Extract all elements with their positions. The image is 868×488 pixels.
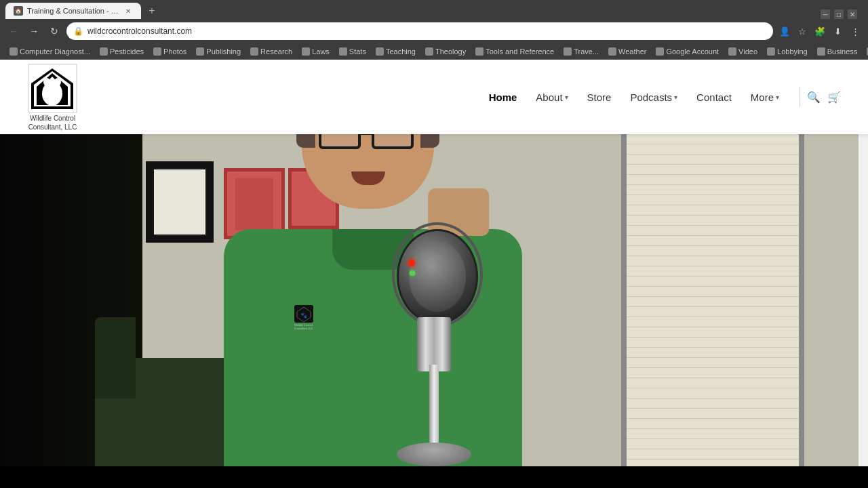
reload-button[interactable]: ↻ <box>46 23 62 39</box>
microphone-assembly <box>380 209 488 466</box>
svg-point-9 <box>43 78 50 86</box>
title-bar: 🏠 Training & Consultation - Wild... ✕ + … <box>0 0 868 19</box>
address-bar-row: ← → ↻ 🔒 wildcrocontrolconsultant.com 👤 ☆… <box>0 19 868 43</box>
back-button[interactable]: ← <box>5 23 22 39</box>
nav-item-about[interactable]: About ▾ <box>536 92 568 103</box>
bookmark-label: Video <box>738 47 757 56</box>
bookmark-travel[interactable]: Trave... <box>559 46 603 57</box>
bookmark-photos[interactable]: Photos <box>149 46 191 57</box>
shirt-logo-text: Wildlife ControlConsultant LLC <box>294 324 313 331</box>
nav-item-podcasts[interactable]: Podcasts ▾ <box>630 92 677 103</box>
nav-item-contact[interactable]: Contact <box>696 92 732 103</box>
nav-item-label: Store <box>587 92 612 103</box>
forward-button[interactable]: → <box>26 23 42 39</box>
bookmark-laws[interactable]: Laws <box>298 46 334 57</box>
download-icon[interactable]: ⬇ <box>830 24 845 39</box>
bookmark-label: Google Account <box>666 47 719 56</box>
mic-body <box>417 317 451 371</box>
frame-content <box>227 171 281 236</box>
frame-content <box>154 169 205 235</box>
svg-point-10 <box>54 78 61 86</box>
mic-base <box>397 443 471 466</box>
nav-divider <box>800 87 800 107</box>
url-text: wildcrocontrolconsultant.com <box>87 26 766 36</box>
maximize-button[interactable]: □ <box>834 9 844 19</box>
minimize-button[interactable]: ─ <box>821 9 830 19</box>
glasses-bridge <box>361 134 372 135</box>
nav-item-home[interactable]: Home <box>489 92 517 103</box>
bookmark-business[interactable]: Business <box>813 46 862 57</box>
bookmark-label: Pesticides <box>110 47 144 56</box>
star-icon[interactable]: ☆ <box>795 24 810 39</box>
tab-close-button[interactable]: ✕ <box>123 6 133 16</box>
nav-item-more[interactable]: More ▾ <box>751 92 779 103</box>
bookmark-computer-diag[interactable]: Computer Diagnost... <box>5 46 94 57</box>
bookmark-pesticides[interactable]: Pesticides <box>96 46 148 57</box>
site-navigation: Wildlife Control Consultant, LLC Home Ab… <box>0 60 868 134</box>
logo-text: Wildlife Control Consultant, LLC <box>28 114 77 131</box>
cart-button[interactable]: 🛒 <box>827 91 841 104</box>
shirt-logo-icon: 🐾 <box>293 304 315 324</box>
bookmark-label: Trave... <box>574 47 599 56</box>
glasses-right-lens <box>372 134 414 149</box>
bookmark-label: Theology <box>435 47 466 56</box>
shirt-logo: 🐾 Wildlife ControlConsultant LLC <box>281 304 326 341</box>
logo-image <box>27 63 78 114</box>
bookmark-lobbying[interactable]: Lobbying <box>763 46 812 57</box>
bookmark-podcast[interactable]: Podcast <box>863 46 868 57</box>
security-icon: 🔒 <box>73 26 83 36</box>
site-logo[interactable]: Wildlife Control Consultant, LLC <box>27 63 78 131</box>
room-scene: 🐾 Wildlife ControlConsultant LLC <box>0 134 859 466</box>
bookmark-favicon <box>728 47 736 56</box>
toolbar-icons: 👤 ☆ 🧩 ⬇ ⋮ <box>777 24 863 39</box>
nav-item-label: Podcasts <box>630 92 672 103</box>
bookmark-favicon <box>196 47 204 56</box>
bookmark-stats[interactable]: Stats <box>335 46 370 57</box>
bookmark-favicon <box>425 47 433 56</box>
bookmark-favicon <box>376 47 384 56</box>
logo-svg <box>27 63 78 114</box>
person-mouth <box>351 171 385 185</box>
bookmark-label: Stats <box>349 47 366 56</box>
bookmark-video[interactable]: Video <box>724 46 762 57</box>
bookmark-favicon <box>656 47 664 56</box>
logo-line2: Consultant, LLC <box>28 123 77 131</box>
glasses <box>315 134 420 155</box>
bookmark-favicon <box>302 47 310 56</box>
bookmark-tools[interactable]: Tools and Reference <box>471 46 558 57</box>
bookmark-publishing[interactable]: Publishing <box>192 46 245 57</box>
bookmark-label: Business <box>827 47 858 56</box>
active-tab[interactable]: 🏠 Training & Consultation - Wild... ✕ <box>5 3 141 19</box>
bookmark-google-account[interactable]: Google Account <box>652 46 723 57</box>
close-button[interactable]: ✕ <box>848 9 857 19</box>
tab-title: Training & Consultation - Wild... <box>27 7 119 15</box>
about-chevron-icon: ▾ <box>565 94 568 101</box>
bookmark-weather[interactable]: Weather <box>604 46 650 57</box>
bookmark-teaching[interactable]: Teaching <box>372 46 420 57</box>
svg-text:🐾: 🐾 <box>300 312 307 319</box>
mic-outer-ring <box>392 222 483 327</box>
extension-icon[interactable]: 🧩 <box>812 24 827 39</box>
bookmarks-bar: Computer Diagnost... Pesticides Photos P… <box>0 43 868 60</box>
logo-line1: Wildlife Control <box>30 115 75 122</box>
nav-item-store[interactable]: Store <box>587 92 612 103</box>
bookmark-favicon <box>100 47 108 56</box>
bookmark-theology[interactable]: Theology <box>421 46 470 57</box>
bookmark-favicon <box>817 47 825 56</box>
search-button[interactable]: 🔍 <box>807 91 821 104</box>
address-bar[interactable]: 🔒 wildcrocontrolconsultant.com <box>66 22 773 40</box>
nav-item-label: Home <box>489 92 517 103</box>
new-tab-button[interactable]: + <box>144 3 160 19</box>
browser-chrome: 🏠 Training & Consultation - Wild... ✕ + … <box>0 0 868 60</box>
bookmark-label: Computer Diagnost... <box>20 47 90 56</box>
menu-icon[interactable]: ⋮ <box>848 24 863 39</box>
sofa-armrest <box>95 317 136 399</box>
bookmark-research[interactable]: Research <box>246 46 296 57</box>
bookmark-favicon <box>767 47 775 56</box>
account-icon[interactable]: 👤 <box>777 24 792 39</box>
person-face <box>315 134 420 195</box>
bookmark-favicon <box>475 47 484 56</box>
bookmark-favicon <box>250 47 258 56</box>
bookmark-favicon <box>564 47 572 56</box>
bookmark-favicon <box>153 47 161 56</box>
